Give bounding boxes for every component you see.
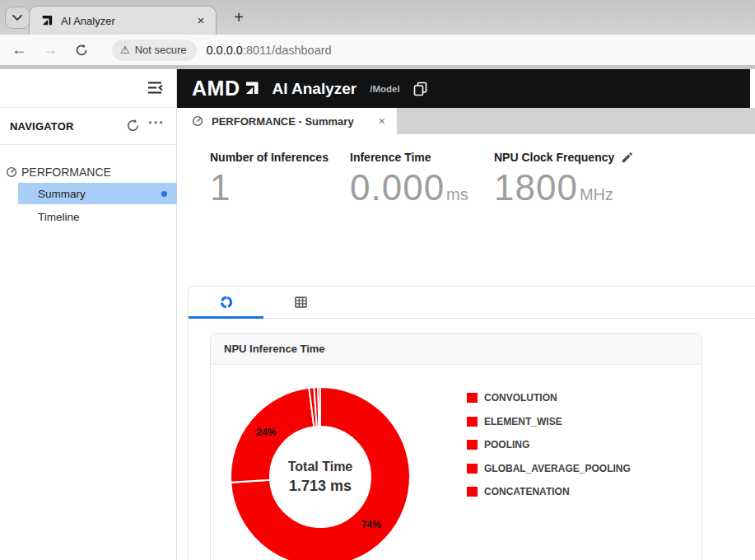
stat-npu-clock-frequency: NPU Clock Frequency 1800 MHz xyxy=(494,151,633,208)
stat-label: Inference Time xyxy=(350,151,494,164)
pie-chart-icon xyxy=(220,296,233,309)
tab-close-icon[interactable]: × xyxy=(193,12,209,29)
browser-window: AI Analyzer × + ← → ⚠ Not secure 0.0.0.0… xyxy=(0,0,755,560)
breadcrumb: /Model xyxy=(370,84,399,94)
doc-tab-close-icon[interactable]: × xyxy=(375,114,389,128)
gauge-icon xyxy=(6,166,17,178)
sidebar-item-timeline[interactable]: Timeline xyxy=(18,206,177,227)
amd-favicon xyxy=(40,14,54,28)
legend-swatch xyxy=(467,464,478,474)
stat-value: 1 xyxy=(210,167,231,208)
sidebar-section-label: PERFORMANCE xyxy=(21,166,111,179)
stats-row: Number of Inferences 1 Inference Time 0.… xyxy=(177,134,755,208)
tab-search-button[interactable] xyxy=(5,7,30,29)
active-dot xyxy=(161,191,167,197)
legend-item-element_wise[interactable]: ELEMENT_WISE xyxy=(467,417,631,427)
url-host: 0.0.0.0 xyxy=(207,44,243,57)
chevron-down-icon xyxy=(12,15,22,21)
navigator-tree: PERFORMANCE Summary Timeline xyxy=(0,145,176,227)
navigator-header: NAVIGATOR ··· xyxy=(0,108,176,145)
warning-icon: ⚠ xyxy=(120,44,130,56)
sidebar: NAVIGATOR ··· PERFORMANCE xyxy=(0,69,177,560)
dashboard-content: Number of Inferences 1 Inference Time 0.… xyxy=(177,134,755,560)
reload-icon xyxy=(75,44,88,57)
total-time-label: Total Time xyxy=(267,460,374,474)
amd-wordmark: AMD xyxy=(192,77,240,100)
slice-percent-label: 74% xyxy=(361,519,381,530)
legend-item-convolution[interactable]: CONVOLUTION xyxy=(467,393,631,403)
reload-button[interactable] xyxy=(69,39,94,62)
legend-swatch xyxy=(467,487,478,497)
sidebar-top xyxy=(0,69,176,108)
legend-label: GLOBAL_AVERAGE_POOLING xyxy=(484,463,631,474)
legend-item-pooling[interactable]: POOLING xyxy=(467,440,631,450)
copy-button[interactable] xyxy=(413,82,427,96)
doc-tab-performance-summary[interactable]: PERFORMANCE - Summary × xyxy=(177,108,397,134)
legend-swatch xyxy=(467,440,478,450)
document-tabstrip: PERFORMANCE - Summary × xyxy=(177,108,755,134)
main-area: AMD AI Analyzer /Model xyxy=(177,69,755,560)
refresh-navigator-button[interactable] xyxy=(126,119,140,133)
app-title: AI Analyzer xyxy=(272,80,357,98)
stat-label: Number of Inferences xyxy=(210,151,350,164)
amd-arrow-icon xyxy=(242,80,260,98)
stat-value: 0.000 xyxy=(350,167,445,208)
sidebar-item-performance[interactable]: PERFORMANCE xyxy=(0,163,176,181)
npu-inference-time-card: NPU Inference Time Total Time 1.713 ms C… xyxy=(210,333,702,560)
forward-button[interactable]: → xyxy=(38,39,63,62)
stat-number-of-inferences: Number of Inferences 1 xyxy=(210,151,350,208)
stat-unit: ms xyxy=(446,185,468,204)
active-tab-indicator xyxy=(189,316,263,319)
donut-center-label: Total Time 1.713 ms xyxy=(267,460,374,495)
card-title: NPU Inference Time xyxy=(224,343,325,355)
legend-item-global_average_pooling[interactable]: GLOBAL_AVERAGE_POOLING xyxy=(467,464,631,474)
navigator-title: NAVIGATOR xyxy=(10,120,74,133)
summary-panel: NPU Inference Time Total Time 1.713 ms C… xyxy=(188,286,755,560)
browser-tabstrip: AI Analyzer × + xyxy=(0,0,755,35)
table-grid-icon xyxy=(295,296,307,308)
stat-value: 1800 xyxy=(494,167,578,208)
app-header: AMD AI Analyzer /Model xyxy=(177,69,750,108)
security-chip-label: Not secure xyxy=(135,44,187,56)
sidebar-item-label: Timeline xyxy=(38,211,80,223)
legend-swatch xyxy=(467,417,478,427)
legend-swatch xyxy=(467,393,478,403)
pie-slice-concatenation[interactable] xyxy=(318,387,320,427)
chart-area: Total Time 1.713 ms CONVOLUTIONELEMENT_W… xyxy=(211,365,701,560)
url-bar[interactable]: 0.0.0.0:8011/dashboard xyxy=(207,44,332,57)
copy-icon xyxy=(413,82,427,96)
pencil-icon xyxy=(621,152,633,164)
stat-inference-time: Inference Time 0.000 ms xyxy=(350,151,494,208)
legend-label: POOLING xyxy=(484,439,529,450)
legend-label: CONCATENATION xyxy=(484,486,570,497)
menu-fold-icon xyxy=(148,82,163,94)
card-header: NPU Inference Time xyxy=(211,334,701,365)
amd-logo: AMD xyxy=(192,77,260,100)
slice-percent-label: 24% xyxy=(256,427,276,438)
chart-legend: CONVOLUTIONELEMENT_WISEPOOLINGGLOBAL_AVE… xyxy=(467,393,631,511)
tab-table-view[interactable] xyxy=(263,287,338,318)
collapse-sidebar-button[interactable] xyxy=(148,82,163,94)
tab-pie-chart-view[interactable] xyxy=(189,287,263,318)
browser-tab-title: AI Analyzer xyxy=(61,15,193,27)
sidebar-item-summary[interactable]: Summary xyxy=(18,183,177,204)
legend-label: CONVOLUTION xyxy=(484,392,557,404)
doc-tab-label: PERFORMANCE - Summary xyxy=(212,115,375,128)
browser-tab-active[interactable]: AI Analyzer × xyxy=(29,6,217,35)
sidebar-item-label: Summary xyxy=(38,188,86,200)
stat-unit: MHz xyxy=(580,185,613,204)
back-button[interactable]: ← xyxy=(7,39,31,62)
security-chip[interactable]: ⚠ Not secure xyxy=(112,40,197,61)
browser-navbar: ← → ⚠ Not secure 0.0.0.0:8011/dashboard xyxy=(0,35,755,65)
refresh-icon xyxy=(126,119,140,133)
url-path: :8011/dashboard xyxy=(243,44,332,57)
more-options-button[interactable]: ··· xyxy=(148,114,165,131)
legend-item-concatenation[interactable]: CONCATENATION xyxy=(467,487,631,497)
total-time-value: 1.713 ms xyxy=(267,478,374,495)
edit-frequency-button[interactable] xyxy=(621,152,633,164)
stat-label: NPU Clock Frequency xyxy=(494,151,614,164)
view-tabs xyxy=(189,287,755,319)
page: NAVIGATOR ··· PERFORMANCE xyxy=(0,69,755,560)
gauge-icon xyxy=(192,115,203,127)
new-tab-button[interactable]: + xyxy=(227,7,250,29)
